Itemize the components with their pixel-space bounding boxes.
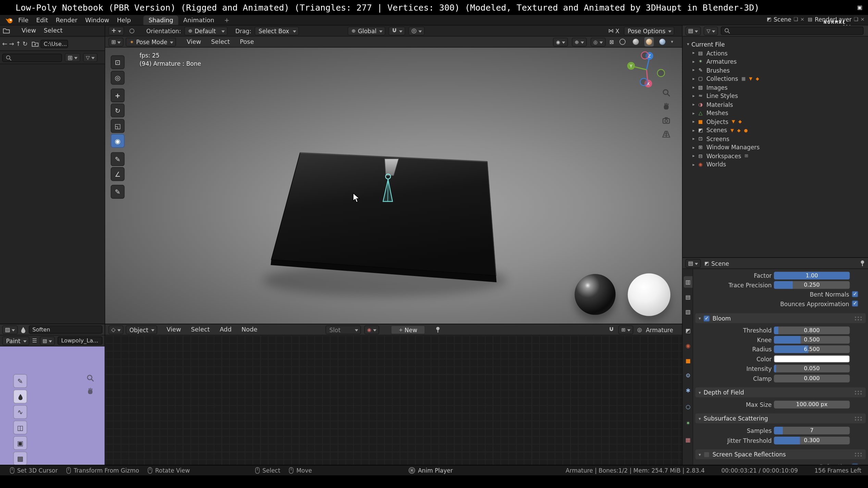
shader-select-menu[interactable]: Select	[187, 326, 213, 333]
editor-type-properties-icon[interactable]: ▤	[685, 259, 701, 268]
node-graph-area[interactable]	[105, 335, 682, 465]
toggle-perspective-grid-icon[interactable]	[662, 130, 670, 138]
panel-drag-dots[interactable]	[854, 390, 863, 395]
file-browser-select-menu[interactable]: Select	[40, 27, 66, 34]
shading-material-preview-button[interactable]	[644, 37, 654, 46]
new-scene-icon[interactable]: ❏	[794, 16, 798, 22]
proportional-editing-dropdown[interactable]: ◎	[409, 26, 424, 35]
shader-snap-magnet-icon[interactable]	[609, 326, 615, 333]
pin-icon[interactable]	[435, 326, 441, 333]
radius-slider[interactable]: 6.500	[774, 345, 850, 353]
image-zoom-icon[interactable]	[86, 374, 94, 382]
shading-options-dropdown-icon[interactable]: ▾	[671, 39, 673, 45]
new-material-button[interactable]: +New	[391, 325, 425, 334]
xray-toggle-icon[interactable]: ⊠	[609, 39, 614, 45]
overlays-dropdown[interactable]: ◎	[591, 37, 605, 46]
outliner-row-workspaces[interactable]: ▸⊟Workspaces⊞	[693, 152, 866, 160]
file-search-input[interactable]	[2, 53, 62, 62]
jitter-threshold-slider[interactable]: 0.300	[774, 436, 850, 444]
tool-measure[interactable]: ∠	[111, 167, 124, 181]
max-size-field[interactable]: 100.000 px	[774, 400, 850, 408]
bent-normals-checkbox[interactable]	[852, 291, 858, 297]
orientation-dropdown[interactable]: ⊕Default	[184, 26, 227, 35]
axis-gizmo[interactable]: Z Y X	[624, 49, 669, 93]
sss-panel-header[interactable]: ▾Subsurface Scattering	[695, 413, 866, 423]
gizmos-dropdown[interactable]: ⊕	[572, 37, 587, 46]
pin-icon[interactable]	[860, 260, 865, 266]
outliner-row-screens[interactable]: ▸⊡Screens	[693, 135, 866, 143]
pan-view-hand-icon[interactable]	[662, 102, 670, 111]
viewport-pose-menu[interactable]: Pose	[236, 38, 258, 46]
menu-file[interactable]: File	[14, 16, 32, 24]
panel-drag-dots[interactable]	[854, 416, 863, 421]
shading-solid-button[interactable]	[631, 37, 640, 46]
stop-player-icon[interactable]: ×	[409, 467, 415, 474]
shader-type-dropdown[interactable]: Object	[125, 325, 157, 334]
ssr-panel-header[interactable]: ▾ Screen Space Reflections	[695, 449, 866, 459]
shading-wireframe-button[interactable]	[618, 37, 627, 46]
outliner-row-armatures[interactable]: ▸✶Armatures	[693, 57, 866, 66]
paint-tool-smear[interactable]: ∿	[13, 405, 27, 419]
camera-view-icon[interactable]	[662, 116, 670, 124]
tool-move[interactable]: +	[111, 89, 124, 102]
image-browse-dropdown[interactable]: ▨	[40, 336, 55, 345]
nav-up-icon[interactable]: ↑	[16, 40, 21, 47]
blender-logo-icon[interactable]	[3, 16, 14, 24]
drag-dropdown[interactable]: Select Box	[255, 26, 299, 35]
bloom-color-swatch[interactable]	[774, 355, 850, 363]
image-pan-hand-icon[interactable]	[86, 387, 94, 395]
brush-name-field[interactable]: Soften	[29, 325, 102, 334]
paint-tool-clone[interactable]: ◫	[13, 421, 27, 434]
tool-rotate[interactable]: ↻	[111, 103, 124, 117]
viewport-view-menu[interactable]: View	[183, 38, 205, 46]
tab-modifier-properties[interactable]: ⚙	[684, 370, 693, 381]
outliner-row-window-managers[interactable]: ▸⊞Window Managers	[693, 143, 866, 152]
editor-type-shader-icon[interactable]: ◇	[109, 325, 123, 334]
tool-transform[interactable]: ◉	[111, 134, 124, 148]
tool-scale[interactable]: ◱	[111, 119, 124, 133]
file-path-field[interactable]: C:\Use...	[40, 40, 68, 48]
outliner-row-line-styles[interactable]: ▸≈Line Styles	[693, 91, 866, 100]
bloom-enable-checkbox[interactable]	[704, 315, 710, 321]
menu-render[interactable]: Render	[52, 16, 81, 24]
paint-tool-mask[interactable]: ▩	[13, 452, 27, 465]
tab-object-properties[interactable]: ■	[684, 355, 693, 366]
paint-tool-soften[interactable]	[13, 390, 27, 403]
bounces-approximation-checkbox[interactable]	[852, 301, 858, 307]
tool-annotate[interactable]: ✎	[111, 152, 124, 166]
shader-node-menu[interactable]: Node	[238, 326, 261, 333]
outliner-row-scenes[interactable]: ▸◩Scenes▼◆●	[693, 126, 866, 135]
outliner-filter-dropdown[interactable]: ▽	[704, 26, 718, 35]
pose-options-dropdown[interactable]: Pose Options	[624, 26, 674, 35]
tool-cursor[interactable]: ◎	[111, 71, 124, 85]
viewport-select-menu[interactable]: Select	[207, 38, 234, 46]
snap-dropdown[interactable]	[389, 26, 405, 35]
pose-symmetry-x-toggle[interactable]: ⋈X	[608, 27, 619, 34]
mode-dropdown[interactable]: ✶Pose Mode	[126, 37, 176, 46]
trace-precision-slider[interactable]: 0.250	[774, 281, 850, 289]
editor-type-image-icon[interactable]: ▨	[2, 325, 18, 334]
editor-type-outliner-icon[interactable]: ▤	[685, 26, 701, 35]
scene-selector[interactable]: ◩ Scene ❏ ×	[767, 16, 804, 23]
nav-back-icon[interactable]: ←	[2, 40, 7, 47]
tab-scene-properties[interactable]: ◩	[684, 325, 693, 337]
outliner-row-images[interactable]: ▸▨Images	[693, 83, 866, 91]
outliner-row-materials[interactable]: ▸◑Materials	[693, 100, 866, 109]
tab-texture-properties[interactable]: ▦	[684, 434, 693, 446]
file-browser-view-menu[interactable]: View	[18, 27, 40, 34]
workspace-tab-animation[interactable]: Animation	[178, 15, 219, 24]
tab-particle-properties[interactable]: ✱	[684, 385, 693, 396]
outliner-row-objects[interactable]: ▸■Objects▼◆	[693, 117, 866, 126]
shader-overlay-icon[interactable]: ◎	[637, 326, 642, 333]
menu-edit[interactable]: Edit	[32, 16, 52, 24]
tab-object-data-properties[interactable]: ✶	[684, 417, 693, 429]
outliner-root-row[interactable]: ▾Current File	[687, 40, 866, 48]
view-layer-name[interactable]: RenderLayer	[815, 16, 852, 23]
editor-type-file-browser-icon[interactable]	[3, 28, 10, 34]
editor-type-3d-viewport-icon[interactable]: ⊞	[109, 37, 124, 46]
knee-slider[interactable]: 0.500	[774, 336, 850, 343]
threshold-slider[interactable]: 0.800	[774, 326, 850, 334]
outliner-row-meshes[interactable]: ▸△Meshes	[693, 109, 866, 117]
shading-rendered-button[interactable]	[658, 37, 667, 46]
outliner-row-worlds[interactable]: ▸◉Worlds	[693, 160, 866, 169]
